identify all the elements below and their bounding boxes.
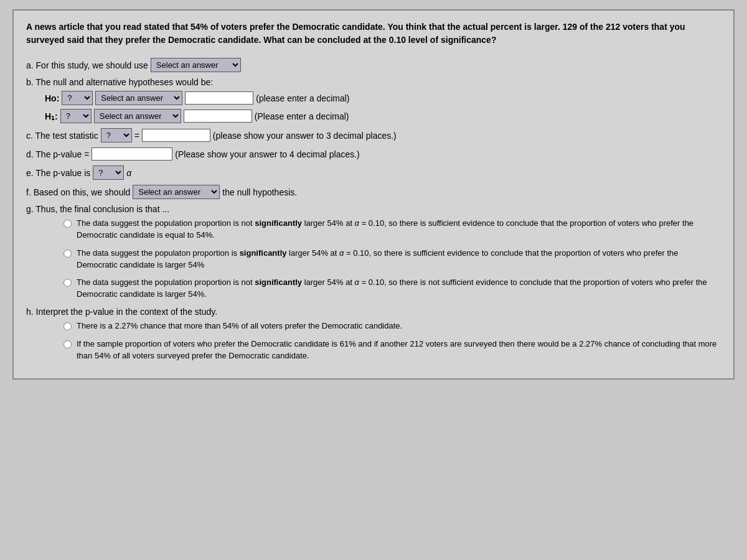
part-c-line: c. The test statistic ? z t χ² = (please… xyxy=(26,128,721,142)
part-b-label: b. The null and alternative hypotheses w… xyxy=(26,77,213,87)
part-a-label: a. For this study, we should use xyxy=(26,60,148,70)
h1-decimal-input[interactable] xyxy=(184,110,252,123)
ho-decimal-input[interactable] xyxy=(185,91,253,105)
f-answer-select[interactable]: Select an answer reject fail to reject a… xyxy=(133,185,220,199)
h1-label: H₁: xyxy=(45,111,58,121)
part-g: g. Thus, the final conclusion is that ..… xyxy=(26,204,721,301)
ho-label: Ho: xyxy=(45,93,59,103)
part-a: a. For this study, we should use Select … xyxy=(26,58,721,72)
d-value-input[interactable] xyxy=(92,147,172,161)
c-symbol-select[interactable]: ? z t χ² xyxy=(101,128,132,142)
h1-line: H₁: ? p μ σ Select an answer = ≠ > < ≥ ≤ xyxy=(45,109,721,123)
intro-paragraph: A news article that you read stated that… xyxy=(26,21,721,47)
ho-block: Ho: ? p μ σ Select an answer = ≠ > < ≥ ≤ xyxy=(45,91,721,105)
part-b-line: b. The null and alternative hypotheses w… xyxy=(26,77,721,87)
c-value-input[interactable] xyxy=(142,129,210,142)
part-h-label: h. Interpret the p-value in the context … xyxy=(26,307,217,317)
h1-symbol-select[interactable]: ? p μ σ xyxy=(60,109,92,123)
e-alpha: α xyxy=(126,168,131,178)
part-f: f. Based on this, we should Select an an… xyxy=(26,185,721,199)
h-radio-1[interactable] xyxy=(63,322,72,330)
part-c-label: c. The test statistic xyxy=(26,131,98,141)
part-e-line: e. The p-value is ? > < = ≥ ≤ α xyxy=(26,166,721,180)
ho-answer-select[interactable]: Select an answer = ≠ > < ≥ ≤ xyxy=(95,91,182,105)
part-f-line: f. Based on this, we should Select an an… xyxy=(26,185,721,199)
h-text-2: If the sample proportion of voters who p… xyxy=(77,338,721,362)
part-e: e. The p-value is ? > < = ≥ ≤ α xyxy=(26,166,721,180)
c-hint: (please show your answer to 3 decimal pl… xyxy=(213,131,397,141)
g-option-1: The data suggest the population proporti… xyxy=(63,218,721,241)
g-radio-2[interactable] xyxy=(63,250,72,258)
g-text-2: The data suggest the populaton proportio… xyxy=(77,248,721,271)
h1-decimal-hint: (Please enter a decimal) xyxy=(255,111,349,121)
g-option-2: The data suggest the populaton proportio… xyxy=(63,248,721,271)
part-d-line: d. The p-value = (Please show your answe… xyxy=(26,147,721,161)
part-f-label-pre: f. Based on this, we should xyxy=(26,187,130,197)
h-radio-2[interactable] xyxy=(63,340,72,348)
g-radio-3[interactable] xyxy=(63,279,72,287)
h-option-1: There is a 2.27% chance that more than 5… xyxy=(63,320,721,332)
part-g-label: g. Thus, the final conclusion is that ..… xyxy=(26,204,169,214)
part-d: d. The p-value = (Please show your answe… xyxy=(26,147,721,161)
g-option-3: The data suggest the population proporti… xyxy=(63,277,721,301)
ho-symbol-select[interactable]: ? p μ σ xyxy=(62,91,93,105)
part-f-label-post: the null hypothesis. xyxy=(222,187,297,197)
g-text-3: The data suggest the population proporti… xyxy=(77,277,721,301)
ho-decimal-hint: (please enter a decimal) xyxy=(256,93,349,103)
g-radio-1[interactable] xyxy=(63,220,72,228)
e-symbol-select[interactable]: ? > < = ≥ ≤ xyxy=(93,166,124,180)
part-g-line: g. Thus, the final conclusion is that ..… xyxy=(26,204,721,214)
part-d-label: d. The p-value = xyxy=(26,149,89,159)
part-h: h. Interpret the p-value in the context … xyxy=(26,307,721,362)
part-a-line: a. For this study, we should use Select … xyxy=(26,58,721,72)
ho-line: Ho: ? p μ σ Select an answer = ≠ > < ≥ ≤ xyxy=(45,91,721,105)
part-a-select[interactable]: Select an answer a one-sample z-test a o… xyxy=(151,58,241,72)
part-b: b. The null and alternative hypotheses w… xyxy=(26,77,721,123)
part-c: c. The test statistic ? z t χ² = (please… xyxy=(26,128,721,142)
h-text-1: There is a 2.27% chance that more than 5… xyxy=(77,320,402,332)
h-option-2: If the sample proportion of voters who p… xyxy=(63,338,721,362)
part-h-line: h. Interpret the p-value in the context … xyxy=(26,307,721,317)
c-equals: = xyxy=(134,131,139,141)
h1-block: H₁: ? p μ σ Select an answer = ≠ > < ≥ ≤ xyxy=(45,109,721,123)
g-text-1: The data suggest the population proporti… xyxy=(77,218,721,241)
main-container: A news article that you read stated that… xyxy=(12,9,735,380)
h1-answer-select[interactable]: Select an answer = ≠ > < ≥ ≤ xyxy=(94,109,181,123)
d-hint: (Please show your answer to 4 decimal pl… xyxy=(175,149,359,159)
part-e-label: e. The p-value is xyxy=(26,168,90,178)
